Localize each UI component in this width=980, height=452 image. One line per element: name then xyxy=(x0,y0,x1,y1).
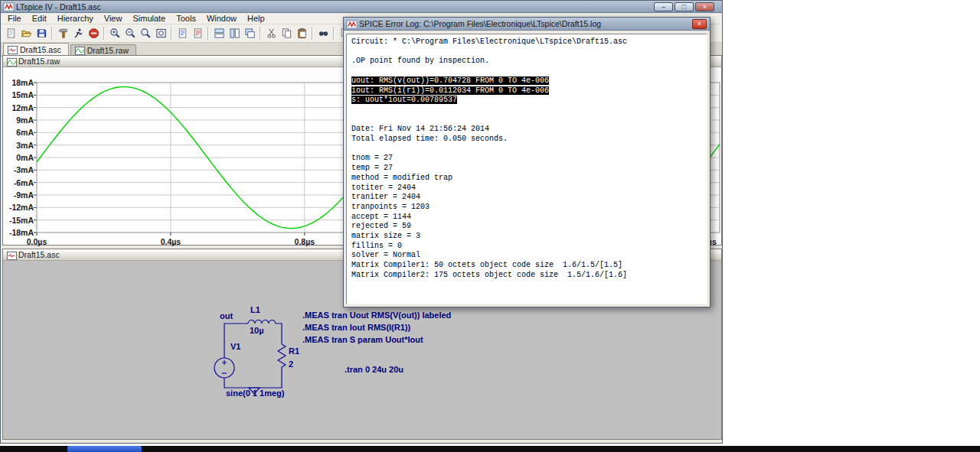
spice-netlist-icon[interactable] xyxy=(175,26,190,41)
log-line: Circuit: * C:\Program Files\Electronique… xyxy=(351,37,702,47)
meas-directive-uout: .MEAS tran Uout RMS(V(out)) labeled xyxy=(302,311,451,320)
log-line xyxy=(351,115,702,125)
log-line: s: uout*iout=0.00789537 xyxy=(351,96,702,106)
menu-window[interactable]: Window xyxy=(201,13,242,24)
tile-vertical-icon[interactable] xyxy=(227,26,242,41)
y-axis-tick-label: -3mA xyxy=(5,165,34,174)
log-line: Matrix Compiler1: 50 octets object code … xyxy=(351,261,702,271)
log-line: totiter = 2404 xyxy=(351,184,702,193)
error-log-text[interactable]: Circuit: * C:\Program Files\Electronique… xyxy=(346,34,707,304)
toolbar-separator xyxy=(260,27,261,40)
y-axis-tick-label: -18mA xyxy=(5,228,34,237)
minimize-button[interactable]: – xyxy=(654,2,673,11)
y-axis-tick-label: -9mA xyxy=(5,190,34,200)
log-line: Date: Fri Nov 14 21:56:24 2014 xyxy=(351,125,702,135)
y-axis-tick-label: 12mA xyxy=(5,103,34,112)
dialog-app-icon xyxy=(346,19,356,29)
log-line xyxy=(351,47,702,57)
menu-help[interactable]: Help xyxy=(242,13,270,24)
menu-hierarchy[interactable]: Hierarchy xyxy=(52,13,99,24)
y-axis-tick-label: 6mA xyxy=(5,128,34,137)
toolbar-separator xyxy=(103,27,105,40)
zoom-out-icon[interactable] xyxy=(122,26,138,41)
maximize-button[interactable]: □ xyxy=(675,2,694,11)
resistor-value: 2 xyxy=(289,359,293,369)
menu-view[interactable]: View xyxy=(99,13,128,24)
toolbar-separator xyxy=(312,27,313,40)
resistor-name: R1 xyxy=(289,346,299,356)
log-line: tnom = 27 xyxy=(351,154,702,164)
log-line xyxy=(351,67,702,76)
open-icon[interactable] xyxy=(18,26,34,41)
toolbar-separator xyxy=(207,27,209,40)
ltspice-app-icon xyxy=(3,2,13,11)
highlighted-log-line: uout: RMS(v(out))=0.704728 FROM 0 TO 4e-… xyxy=(351,76,549,85)
y-axis-tick-label: 15mA xyxy=(5,90,34,99)
x-axis-tick-label: 0.4µs xyxy=(154,237,188,246)
log-line: matrix size = 3 xyxy=(351,232,702,242)
tab-label: Draft15.raw xyxy=(87,46,129,55)
node-label-out: out xyxy=(220,311,233,320)
log-line: .OP point found by inspection. xyxy=(351,57,702,67)
source-value: sine(0 1 1meg) xyxy=(226,389,284,398)
zoom-in-icon[interactable] xyxy=(107,26,122,41)
cut-icon[interactable] xyxy=(263,26,279,41)
y-axis-tick-label: 0mA xyxy=(5,153,34,162)
control-panel-icon[interactable] xyxy=(55,26,70,41)
toolbar-separator xyxy=(171,27,172,40)
zoom-full-icon[interactable] xyxy=(153,26,168,41)
paste-icon[interactable] xyxy=(294,26,309,41)
menu-file[interactable]: File xyxy=(2,13,27,24)
dialog-close-button[interactable]: × xyxy=(692,19,707,29)
schematic-file-icon xyxy=(6,250,15,259)
inductor-name: L1 xyxy=(250,305,260,314)
meas-directive-s: .MEAS tran S param Uout*Iout xyxy=(302,335,423,344)
new-schematic-icon[interactable] xyxy=(3,26,18,41)
log-line: traniter = 2404 xyxy=(351,193,702,203)
log-line xyxy=(351,106,702,115)
log-line: Matrix Compiler2: 175 octets object code… xyxy=(351,271,702,281)
taskbar xyxy=(0,446,980,452)
y-axis-tick-label: 3mA xyxy=(5,141,34,150)
log-line: uout: RMS(v(out))=0.704728 FROM 0 TO 4e-… xyxy=(351,76,702,86)
taskbar-button[interactable] xyxy=(67,446,142,452)
error-log-icon[interactable] xyxy=(190,26,205,41)
meas-directive-iout: .MEAS tran Iout RMS(I(R1)) xyxy=(302,323,410,332)
menu-edit[interactable]: Edit xyxy=(27,13,52,24)
menu-tools[interactable]: Tools xyxy=(171,13,201,24)
tile-horizontal-icon[interactable] xyxy=(211,26,227,41)
y-axis-tick-label: -15mA xyxy=(5,216,34,225)
highlighted-log-line: iout: RMS(i(r1))=0.0112034 FROM 0 TO 4e-… xyxy=(351,86,549,95)
y-axis-tick-label: 9mA xyxy=(5,115,34,125)
window-title: LTspice IV - Draft15.asc xyxy=(16,2,654,11)
source-name: V1 xyxy=(230,342,240,351)
spice-error-log-dialog: SPICE Error Log: C:\Program Files\Electr… xyxy=(343,17,710,307)
log-line: rejected = 59 xyxy=(351,222,702,232)
cascade-icon[interactable] xyxy=(242,26,257,41)
x-axis-tick-label: 0.8µs xyxy=(288,237,322,246)
main-titlebar[interactable]: LTspice IV - Draft15.asc –□× xyxy=(1,1,722,13)
find-icon[interactable] xyxy=(315,26,331,41)
zoom-back-icon[interactable] xyxy=(138,26,153,41)
schem-icon xyxy=(7,44,17,54)
inductor-value: 10µ xyxy=(250,326,264,335)
tab-label: Draft15.asc xyxy=(20,45,61,54)
save-icon[interactable] xyxy=(34,26,49,41)
copy-icon[interactable] xyxy=(279,26,294,41)
toolbar-separator xyxy=(51,27,53,40)
highlighted-log-line: s: uout*iout=0.00789537 xyxy=(351,96,457,104)
close-button[interactable]: × xyxy=(695,2,714,11)
tab-draft15.asc[interactable]: Draft15.asc xyxy=(3,43,69,56)
tab-draft15.raw[interactable]: Draft15.raw xyxy=(70,44,136,56)
run-icon[interactable] xyxy=(70,26,86,41)
log-line: fillins = 0 xyxy=(351,242,702,252)
log-line: accept = 1144 xyxy=(351,213,702,223)
schematic-window-title: Draft15.asc xyxy=(18,250,60,259)
halt-icon[interactable] xyxy=(86,26,101,41)
log-line: method = modified trap xyxy=(351,174,702,184)
y-axis-tick-label: -12mA xyxy=(5,203,34,212)
toolbar-separator xyxy=(333,27,335,40)
log-line xyxy=(351,145,702,154)
menu-simulate[interactable]: Simulate xyxy=(127,13,171,24)
dialog-titlebar[interactable]: SPICE Error Log: C:\Program Files\Electr… xyxy=(344,18,710,31)
